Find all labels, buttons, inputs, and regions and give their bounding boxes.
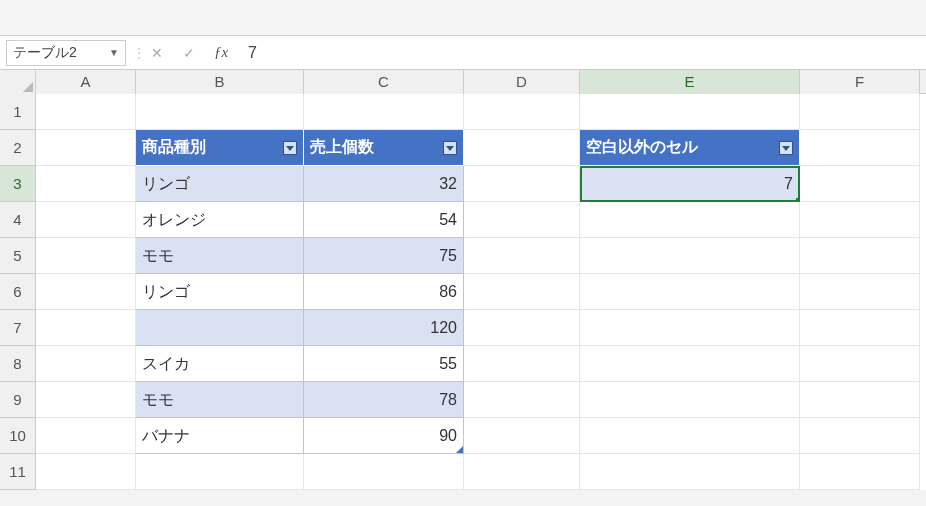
cell[interactable]: [800, 382, 920, 418]
table-header-nonblank[interactable]: 空白以外のセル: [580, 130, 800, 166]
cell[interactable]: [580, 382, 800, 418]
cell[interactable]: [36, 166, 136, 202]
cell[interactable]: [136, 94, 304, 130]
col-header-d[interactable]: D: [464, 70, 580, 94]
col-header-e[interactable]: E: [580, 70, 800, 94]
fx-icon[interactable]: ƒx: [208, 40, 234, 66]
cell[interactable]: [464, 130, 580, 166]
name-box[interactable]: テーブル2 ▼: [6, 40, 126, 66]
cancel-icon[interactable]: ✕: [144, 40, 170, 66]
enter-icon[interactable]: ✓: [176, 40, 202, 66]
table-cell[interactable]: オレンジ: [136, 202, 304, 238]
cell[interactable]: [464, 166, 580, 202]
cell[interactable]: [580, 274, 800, 310]
cell[interactable]: [800, 94, 920, 130]
row-header[interactable]: 4: [0, 202, 36, 238]
table-cell[interactable]: 32: [304, 166, 464, 202]
row-header[interactable]: 2: [0, 130, 36, 166]
table-cell[interactable]: リンゴ: [136, 274, 304, 310]
cell[interactable]: [36, 346, 136, 382]
row-header[interactable]: 6: [0, 274, 36, 310]
cell[interactable]: [580, 238, 800, 274]
row-header[interactable]: 3: [0, 166, 36, 202]
col-header-f[interactable]: F: [800, 70, 920, 94]
cell[interactable]: [580, 94, 800, 130]
formula-bar: テーブル2 ▼ ⋮ ✕ ✓ ƒx: [0, 36, 926, 70]
cell[interactable]: [464, 310, 580, 346]
spreadsheet-grid[interactable]: A B C D E F 1 2 商品種別 売上個数 空白以外のセル: [0, 70, 926, 490]
cell[interactable]: [36, 310, 136, 346]
cell[interactable]: [464, 274, 580, 310]
cell[interactable]: [800, 238, 920, 274]
table-cell[interactable]: 55: [304, 346, 464, 382]
cell[interactable]: [800, 202, 920, 238]
col-header-c[interactable]: C: [304, 70, 464, 94]
table-cell[interactable]: 54: [304, 202, 464, 238]
cell[interactable]: [580, 202, 800, 238]
col-header-a[interactable]: A: [36, 70, 136, 94]
cell[interactable]: [36, 454, 136, 490]
filter-dropdown-icon[interactable]: [779, 141, 793, 155]
table-cell[interactable]: [136, 310, 304, 346]
table-cell[interactable]: スイカ: [136, 346, 304, 382]
selected-cell[interactable]: 7: [580, 166, 800, 202]
cell[interactable]: [464, 346, 580, 382]
table-cell[interactable]: 75: [304, 238, 464, 274]
cell[interactable]: [304, 94, 464, 130]
cell[interactable]: [580, 310, 800, 346]
cell[interactable]: [580, 346, 800, 382]
cell[interactable]: [36, 382, 136, 418]
table-cell[interactable]: 86: [304, 274, 464, 310]
cell[interactable]: [464, 382, 580, 418]
row-header[interactable]: 1: [0, 94, 36, 130]
col-header-b[interactable]: B: [136, 70, 304, 94]
row-header[interactable]: 10: [0, 418, 36, 454]
cell[interactable]: [36, 94, 136, 130]
row-11: 11: [0, 454, 926, 490]
table-cell[interactable]: 78: [304, 382, 464, 418]
cell[interactable]: [136, 454, 304, 490]
cell[interactable]: [464, 202, 580, 238]
row-2: 2 商品種別 売上個数 空白以外のセル: [0, 130, 926, 166]
cell[interactable]: [304, 454, 464, 490]
row-6: 6 リンゴ 86: [0, 274, 926, 310]
separator: ⋮: [132, 45, 138, 61]
cell[interactable]: [580, 418, 800, 454]
row-header[interactable]: 8: [0, 346, 36, 382]
cell[interactable]: [800, 310, 920, 346]
cell[interactable]: [464, 418, 580, 454]
table-cell[interactable]: リンゴ: [136, 166, 304, 202]
select-all-corner[interactable]: [0, 70, 36, 94]
cell[interactable]: [800, 166, 920, 202]
row-header[interactable]: 7: [0, 310, 36, 346]
table-cell[interactable]: モモ: [136, 382, 304, 418]
table-header-sales[interactable]: 売上個数: [304, 130, 464, 166]
name-box-value: テーブル2: [13, 44, 77, 62]
cell[interactable]: [464, 238, 580, 274]
cell[interactable]: [800, 418, 920, 454]
cell[interactable]: [36, 202, 136, 238]
row-header[interactable]: 11: [0, 454, 36, 490]
row-header[interactable]: 9: [0, 382, 36, 418]
table-cell[interactable]: 120: [304, 310, 464, 346]
cell[interactable]: [800, 346, 920, 382]
filter-dropdown-icon[interactable]: [283, 141, 297, 155]
cell[interactable]: [800, 130, 920, 166]
filter-dropdown-icon[interactable]: [443, 141, 457, 155]
cell[interactable]: [464, 454, 580, 490]
cell[interactable]: [580, 454, 800, 490]
cell[interactable]: [36, 274, 136, 310]
table-header-product[interactable]: 商品種別: [136, 130, 304, 166]
cell[interactable]: [800, 274, 920, 310]
row-7: 7 120: [0, 310, 926, 346]
formula-input[interactable]: [240, 40, 920, 66]
cell[interactable]: [36, 238, 136, 274]
table-cell[interactable]: モモ: [136, 238, 304, 274]
row-header[interactable]: 5: [0, 238, 36, 274]
cell[interactable]: [36, 418, 136, 454]
cell[interactable]: [464, 94, 580, 130]
table-cell[interactable]: 90: [304, 418, 464, 454]
table-cell[interactable]: バナナ: [136, 418, 304, 454]
cell[interactable]: [36, 130, 136, 166]
cell[interactable]: [800, 454, 920, 490]
